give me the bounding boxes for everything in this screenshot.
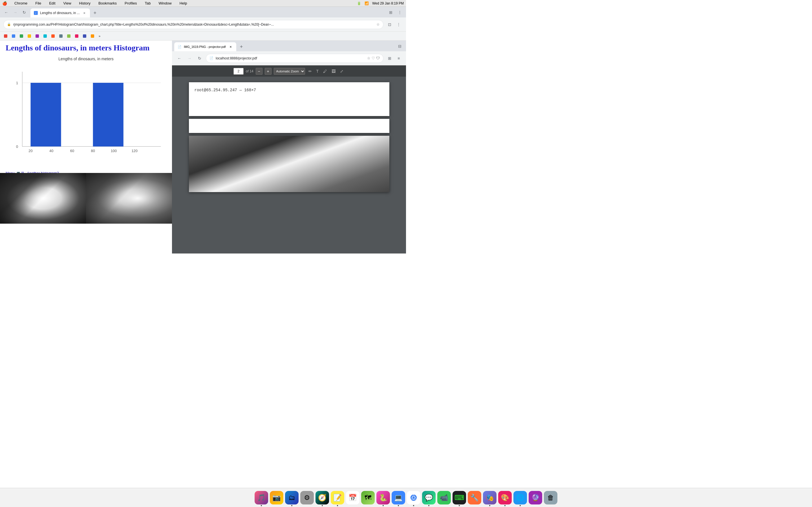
svg-text:80: 80 — [91, 149, 95, 153]
pdf-draw-tool[interactable]: ✏ — [307, 68, 313, 75]
url-icons: ☆ — [376, 22, 380, 26]
menu-bookmarks[interactable]: Bookmarks — [97, 1, 118, 6]
bookmark-9[interactable] — [65, 34, 72, 39]
svg-text:40: 40 — [49, 149, 53, 153]
histogram-chart: 0 1 20 40 60 80 100 120 — [6, 64, 169, 165]
menu-edit[interactable]: Edit — [47, 1, 57, 6]
menu-chrome[interactable]: Chrome — [13, 1, 29, 6]
main-tab[interactable]: r Lengths of dinosaurs, in ... ✕ — [31, 8, 90, 17]
pdf-page-controls: of 14 − + Automatic Zoom 50% 75% 100% ✏ … — [172, 65, 406, 76]
terminal-text: root@65.254.95.247 — 168×7 — [195, 88, 384, 93]
menu-tab[interactable]: Tab — [143, 1, 152, 6]
pdf-heart-icon[interactable]: ♡ — [371, 56, 375, 60]
pdf-tab-close-button[interactable]: ✕ — [229, 45, 233, 49]
bookmark-more[interactable]: » — [97, 34, 102, 39]
pdf-back-button[interactable]: ← — [175, 54, 183, 62]
new-tab-button[interactable]: + — [91, 9, 99, 17]
chart-area: 0 1 20 40 60 80 100 120 — [6, 64, 169, 165]
url-bar[interactable]: 🔒 rjmprogramming.com.au/PHP/HistogramCha… — [3, 20, 384, 29]
pdf-url-text: localhost:8888/projector.pdf — [216, 56, 257, 60]
car-headlight-image — [189, 136, 389, 192]
menu-profiles[interactable]: Profiles — [123, 1, 139, 6]
pdf-text-tool[interactable]: T — [315, 68, 320, 75]
menu-help[interactable]: Help — [178, 1, 189, 6]
apple-logo[interactable]: 🍎 — [2, 1, 7, 6]
forward-button[interactable]: → — [11, 8, 19, 16]
back-button[interactable]: ← — [2, 8, 10, 16]
menu-icon[interactable]: ⋮ — [396, 8, 404, 16]
pdf-toolbar-menu[interactable]: ≡ — [395, 54, 403, 62]
tab-bar: ← → ↻ r Lengths of dinosaurs, in ... ✕ +… — [0, 7, 406, 17]
menu-bar: 🍎 Chrome File Edit View History Bookmark… — [0, 0, 406, 7]
pdf-shield-icon[interactable]: 🛡 — [376, 56, 380, 60]
pdf-page-number-input[interactable] — [234, 68, 244, 75]
chrome-window: ← → ↻ r Lengths of dinosaurs, in ... ✕ +… — [0, 7, 406, 253]
pdf-refresh-button[interactable]: ↻ — [196, 54, 204, 62]
pdf-page-total: of 14 — [246, 69, 253, 73]
svg-text:100: 100 — [111, 149, 117, 153]
extensions-icon[interactable]: ⊞ — [387, 8, 395, 16]
menu-view[interactable]: View — [62, 1, 73, 6]
bar-40 — [31, 83, 61, 147]
menu-window[interactable]: Window — [157, 1, 173, 6]
pdf-image-tool[interactable]: 🖼 — [331, 68, 337, 75]
menu-file[interactable]: File — [34, 1, 43, 6]
bookmark-5[interactable] — [34, 34, 41, 39]
pdf-icon: 📄 — [177, 45, 182, 49]
menu-history[interactable]: History — [78, 1, 92, 6]
url-text: rjmprogramming.com.au/PHP/HistogramChart… — [13, 22, 274, 26]
bookmark-star-icon[interactable]: ☆ — [376, 22, 380, 26]
tab-title: Lengths of dinosaurs, in ... — [40, 11, 80, 15]
pdf-toolbar-ext[interactable]: ⊞ — [386, 54, 394, 62]
extensions-toolbar-icon[interactable]: ⊡ — [386, 20, 394, 29]
tab-close-button[interactable]: ✕ — [82, 11, 87, 15]
svg-text:60: 60 — [70, 149, 74, 153]
webpage-panel: Lengths of dinosaurs, in meters Histogra… — [0, 41, 172, 224]
image-left — [0, 173, 86, 224]
pdf-content[interactable]: root@65.254.95.247 — 168×7 — [172, 76, 406, 253]
overflow-menu-icon[interactable]: ⋮ — [395, 20, 403, 29]
battery-icon: 🔋 — [357, 1, 361, 5]
pdf-address-bar: ← → ↻ 📄 localhost:8888/projector.pdf ☆ ♡… — [172, 51, 406, 65]
pdf-url-bar[interactable]: 📄 localhost:8888/projector.pdf ☆ ♡ 🛡 — [206, 54, 384, 63]
bookmark-8[interactable] — [57, 34, 64, 39]
bookmark-6[interactable] — [42, 34, 49, 39]
chart-title: Lengths of dinosaurs, in meters — [6, 57, 166, 61]
pdf-zoom-select[interactable]: Automatic Zoom 50% 75% 100% — [274, 68, 305, 75]
pdf-expand-tool[interactable]: ⤢ — [339, 68, 345, 75]
svg-text:120: 120 — [132, 149, 137, 153]
bookmark-1[interactable] — [2, 34, 9, 39]
bookmark-3[interactable] — [18, 34, 25, 39]
datetime: Wed 29 Jan 8:19 PM — [372, 1, 404, 5]
svg-text:20: 20 — [29, 149, 33, 153]
bookmark-11[interactable] — [81, 34, 88, 39]
pdf-page-content: root@65.254.95.247 — 168×7 — [189, 82, 389, 116]
histogram-container: Lengths of dinosaurs, in meters 0 1 — [0, 54, 172, 168]
image-right — [86, 173, 172, 224]
bookmark-7[interactable] — [50, 34, 56, 39]
menu-bar-right: 🔋 📶 Wed 29 Jan 8:19 PM — [357, 1, 404, 5]
bookmark-4[interactable] — [26, 34, 33, 39]
pdf-highlight-tool[interactable]: 🖊 — [322, 68, 328, 75]
bookmark-10[interactable] — [73, 34, 80, 39]
main-content: Lengths of dinosaurs, in meters Histogra… — [0, 41, 406, 253]
pdf-page-spacer — [189, 119, 389, 133]
pdf-zoom-in-button[interactable]: + — [265, 68, 271, 75]
refresh-button[interactable]: ↻ — [20, 8, 28, 16]
pdf-window-collapse[interactable]: ⊟ — [396, 42, 404, 50]
image-strip — [0, 173, 172, 224]
pdf-tab-bar: 📄 IMG_1619.PNG - projector.pdf ✕ + ⊟ — [172, 41, 406, 51]
address-bar: 🔒 rjmprogramming.com.au/PHP/HistogramCha… — [0, 17, 406, 32]
pdf-new-tab-button[interactable]: + — [238, 43, 245, 51]
pdf-image-page — [189, 136, 389, 192]
pdf-panel: 📄 IMG_1619.PNG - projector.pdf ✕ + ⊟ ← →… — [172, 41, 406, 253]
bookmark-12[interactable] — [89, 34, 96, 39]
pdf-bookmark-icon[interactable]: ☆ — [367, 56, 370, 60]
pdf-tab[interactable]: 📄 IMG_1619.PNG - projector.pdf ✕ — [174, 42, 236, 51]
pdf-favicon-icon: 📄 — [209, 56, 213, 60]
lock-icon: 🔒 — [7, 22, 11, 26]
page-title: Lengths of dinosaurs, in meters Histogra… — [6, 43, 166, 52]
bookmark-2[interactable] — [10, 34, 17, 39]
pdf-forward-button[interactable]: → — [186, 54, 193, 62]
pdf-zoom-out-button[interactable]: − — [256, 68, 262, 75]
